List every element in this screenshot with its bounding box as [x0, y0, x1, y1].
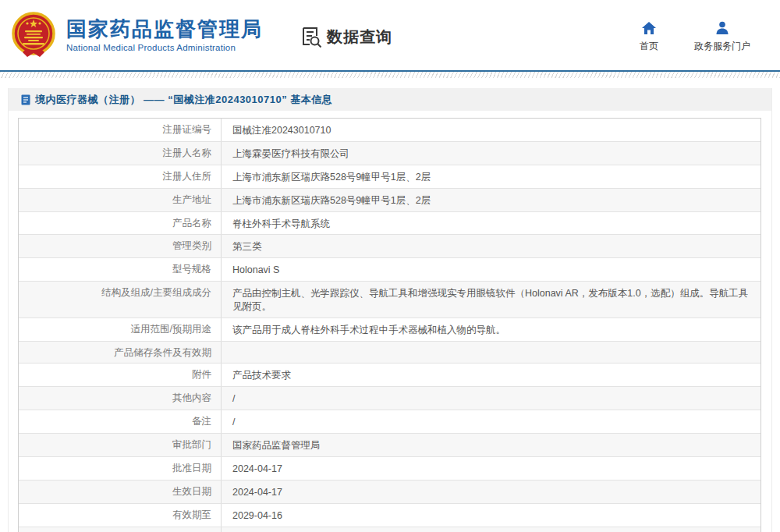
table-row: 批准日期2024-04-17 — [19, 457, 760, 481]
row-label: 产品名称 — [19, 212, 222, 235]
main-panel: 境内医疗器械（注册） —— “国械注准20243010710” 基本信息 注册证… — [8, 88, 772, 532]
row-value: 2029-04-16 — [222, 504, 760, 527]
row-value: 上海霖晏医疗科技有限公司 — [222, 142, 760, 165]
row-label: 管理类别 — [19, 235, 222, 257]
row-label: 结构及组成/主要组成成分 — [19, 282, 222, 317]
table-row: 生效日期2024-04-17 — [19, 481, 760, 504]
row-label: 生产地址 — [19, 189, 222, 211]
logo-subtitle: National Medical Products Administration — [66, 43, 263, 52]
row-value — [222, 342, 760, 364]
china-national-emblem-icon — [12, 12, 55, 59]
nav-item-portal[interactable]: 政务服务门户 — [694, 20, 750, 53]
row-value: 2024-04-17 — [222, 481, 760, 503]
table-row: 生产地址上海市浦东新区瑞庆路528号9幢甲号1层、2层 — [19, 189, 760, 212]
nav-item-label: 政务服务门户 — [694, 40, 750, 53]
table-row: 附件产品技术要求 — [19, 364, 760, 387]
logo-title: 国家药品监督管理局 — [66, 18, 263, 41]
table-row: 变更情况 — [19, 527, 760, 532]
header-nav: 首页 政务服务门户 — [640, 20, 750, 53]
row-label: 适用范围/预期用途 — [19, 318, 222, 341]
row-label: 型号规格 — [19, 258, 222, 281]
row-value: 上海市浦东新区瑞庆路528号9幢甲号1层、2层 — [222, 165, 760, 188]
row-label: 注册人名称 — [19, 142, 222, 165]
row-value: 该产品用于成人脊柱外科手术过程中手术器械和植入物的导航。 — [222, 318, 760, 341]
table-row: 备注/ — [19, 410, 760, 434]
row-label: 批准日期 — [19, 457, 222, 480]
header-hatch-band — [0, 72, 780, 78]
row-value: 脊柱外科手术导航系统 — [222, 212, 760, 235]
row-label: 产品储存条件及有效期 — [19, 342, 222, 364]
site-logo[interactable]: 国家药品监督管理局 National Medical Products Admi… — [12, 12, 263, 59]
user-icon — [714, 20, 730, 36]
table-row: 适用范围/预期用途该产品用于成人脊柱外科手术过程中手术器械和植入物的导航。 — [19, 318, 760, 342]
row-label: 附件 — [19, 364, 222, 386]
page-title: 境内医疗器械（注册） —— “国械注准20243010710” 基本信息 — [35, 93, 332, 107]
table-row: 有效期至2029-04-16 — [19, 504, 760, 527]
row-value: 产品由控制主机、光学跟踪仪、导航工具和增强现实专用眼镜软件（Holonavi A… — [222, 282, 760, 317]
data-query-section[interactable]: 数据查询 — [300, 26, 392, 48]
row-value: 产品技术要求 — [222, 364, 760, 386]
nav-item-label: 首页 — [640, 40, 658, 53]
row-label: 备注 — [19, 410, 222, 433]
table-row: 产品名称脊柱外科手术导航系统 — [19, 212, 760, 236]
row-label: 注册人住所 — [19, 165, 222, 188]
row-label: 变更情况 — [19, 527, 222, 532]
row-value: 国家药品监督管理局 — [222, 434, 760, 456]
table-row: 注册人住所上海市浦东新区瑞庆路528号9幢甲号1层、2层 — [19, 165, 760, 189]
table-row: 其他内容/ — [19, 387, 760, 410]
table-row: 审批部门国家药品监督管理局 — [19, 434, 760, 457]
row-value: / — [222, 387, 760, 410]
logo-text: 国家药品监督管理局 National Medical Products Admi… — [66, 18, 263, 52]
row-value — [222, 527, 760, 532]
info-table: 注册证编号国械注准20243010710注册人名称上海霖晏医疗科技有限公司注册人… — [18, 118, 761, 532]
table-row: 结构及组成/主要组成成分产品由控制主机、光学跟踪仪、导航工具和增强现实专用眼镜软… — [19, 282, 760, 318]
table-row: 产品储存条件及有效期 — [19, 342, 760, 364]
data-query-label: 数据查询 — [327, 27, 392, 48]
row-value: 上海市浦东新区瑞庆路528号9幢甲号1层、2层 — [222, 189, 760, 211]
row-value: / — [222, 410, 760, 433]
home-icon — [641, 20, 657, 36]
row-label: 有效期至 — [19, 504, 222, 527]
row-label: 注册证编号 — [19, 119, 222, 141]
row-value: 国械注准20243010710 — [222, 119, 760, 141]
breadcrumb: 境内医疗器械（注册） —— “国械注准20243010710” 基本信息 — [9, 88, 771, 111]
table-row: 注册人名称上海霖晏医疗科技有限公司 — [19, 142, 760, 165]
table-row: 注册证编号国械注准20243010710 — [19, 119, 760, 142]
row-value: Holonavi S — [222, 258, 760, 281]
row-label: 其他内容 — [19, 387, 222, 410]
table-row: 管理类别第三类 — [19, 235, 760, 258]
row-label: 生效日期 — [19, 481, 222, 503]
nav-item-home[interactable]: 首页 — [640, 20, 658, 53]
table-row: 型号规格Holonavi S — [19, 258, 760, 282]
row-label: 审批部门 — [19, 434, 222, 456]
document-search-icon — [300, 26, 322, 48]
row-value: 2024-04-17 — [222, 457, 760, 480]
document-icon — [21, 94, 30, 105]
row-value: 第三类 — [222, 235, 760, 257]
site-header: 国家药品监督管理局 National Medical Products Admi… — [0, 0, 780, 70]
